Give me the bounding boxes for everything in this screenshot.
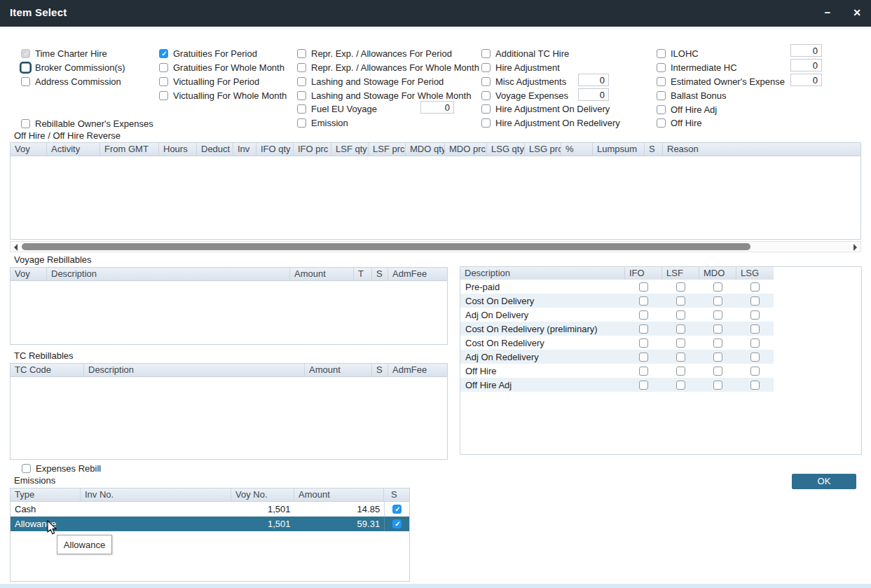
cost-on-redelivery-lsf-checkbox[interactable] <box>676 339 685 348</box>
voyage-expenses-input[interactable] <box>578 88 609 101</box>
misc-adjustments-input[interactable] <box>578 74 609 86</box>
off-hire-adj-checkbox[interactable] <box>657 105 666 114</box>
off-hire-mdo-checkbox[interactable] <box>713 367 722 376</box>
intermediate-hc-input[interactable] <box>790 59 822 71</box>
cost-on-redelivery-ifo-checkbox[interactable] <box>639 339 648 348</box>
adj-on-delivery-lsg-checkbox[interactable] <box>750 310 760 320</box>
adj-on-delivery-mdo-checkbox[interactable] <box>713 310 722 320</box>
ballast-bonus-checkbox[interactable] <box>657 91 666 100</box>
off-hire-lsg-checkbox[interactable] <box>750 367 760 376</box>
minimize-icon[interactable]: − <box>816 0 839 27</box>
rebillable-owners-expenses-checkbox[interactable] <box>21 119 30 128</box>
expenses-rebill-checkbox[interactable] <box>22 464 31 473</box>
bg-col-description: Description <box>460 267 625 280</box>
pre-paid-lsg-checkbox[interactable] <box>750 282 760 292</box>
gratuities-for-period-checkbox[interactable] <box>159 49 168 58</box>
repr-exp-period-checkbox[interactable] <box>297 49 306 58</box>
adj-on-delivery-ifo-checkbox[interactable] <box>639 310 648 320</box>
gratuities-for-whole-month-label: Gratuities For Whole Month <box>173 62 284 73</box>
bg-col-lsg: LSG <box>736 267 774 280</box>
col-lsf-prc: LSF prc <box>369 143 406 156</box>
pre-paid-lsf-checkbox[interactable] <box>676 282 685 292</box>
cost-on-redelivery-mdo-checkbox[interactable] <box>713 339 722 348</box>
estimated-owners-expense-input[interactable] <box>790 74 822 86</box>
adj-on-redelivery-mdo-checkbox[interactable] <box>713 353 722 362</box>
cost-on-redelivery-lsg-checkbox[interactable] <box>750 339 760 348</box>
pre-paid-mdo-checkbox[interactable] <box>713 282 722 292</box>
horizontal-scrollbar[interactable] <box>10 241 861 252</box>
cost-on-delivery-ifo-checkbox[interactable] <box>639 296 648 306</box>
fuel-eu-voyage-checkbox[interactable] <box>297 104 306 114</box>
tc-rebillables-table: TC Code Description Amount S AdmFee <box>10 363 448 460</box>
off-hire-label: Off Hire <box>671 118 702 128</box>
off-hire-adj-lsf-checkbox[interactable] <box>676 381 685 390</box>
cost-on-redelivery-prelim-mdo-checkbox[interactable] <box>713 324 722 334</box>
emission-type: Cash <box>11 504 81 514</box>
voy-no-value: 1,501 <box>231 504 294 514</box>
em-col-inv-no: Inv No. <box>81 488 231 501</box>
cost-on-delivery-lsg-checkbox[interactable] <box>750 296 760 306</box>
gratuities-for-whole-month-checkbox[interactable] <box>159 63 168 72</box>
hire-adjustment-on-delivery-checkbox[interactable] <box>481 104 491 114</box>
intermediate-hc-checkbox[interactable] <box>657 63 666 72</box>
bunker-row-cost-on-redelivery: Cost On Redelivery <box>460 336 774 350</box>
rebillable-owners-expenses-label: Rebillable Owner's Expenses <box>35 118 153 129</box>
col-percent: % <box>561 143 593 156</box>
col-voy: Voy <box>11 143 47 156</box>
time-charter-hire-label: Time Charter Hire <box>35 48 107 59</box>
cost-on-delivery-lsf-checkbox[interactable] <box>676 296 685 306</box>
page-background-strip <box>0 584 871 588</box>
scroll-right-icon[interactable] <box>853 244 857 251</box>
lashing-period-checkbox[interactable] <box>297 77 306 86</box>
amount-value: 59.31 <box>294 519 385 529</box>
adj-on-redelivery-lsg-checkbox[interactable] <box>750 353 760 362</box>
estimated-owners-expense-checkbox[interactable] <box>657 77 666 86</box>
allowance-selected-checkbox[interactable] <box>392 519 402 528</box>
misc-adjustments-checkbox[interactable] <box>481 77 491 86</box>
adj-on-delivery-lsf-checkbox[interactable] <box>676 310 685 320</box>
victualling-for-period-checkbox[interactable] <box>159 77 168 86</box>
ilohc-input[interactable] <box>790 44 822 57</box>
scrollbar-thumb[interactable] <box>22 243 750 250</box>
emission-checkbox[interactable] <box>297 118 306 128</box>
hire-adjustment-on-redelivery-checkbox[interactable] <box>481 118 491 128</box>
broker-commissions-checkbox[interactable] <box>21 63 30 72</box>
adj-on-redelivery-ifo-checkbox[interactable] <box>639 353 648 362</box>
off-hire-adj-lsg-checkbox[interactable] <box>750 381 760 390</box>
emissions-row-allowance[interactable]: Allowance 1,501 59.31 <box>11 517 409 531</box>
emissions-row-cash[interactable]: Cash 1,501 14.85 <box>11 502 409 517</box>
hire-adjustment-checkbox[interactable] <box>481 63 491 72</box>
pre-paid-ifo-checkbox[interactable] <box>639 282 648 292</box>
voyage-expenses-label: Voyage Expenses <box>495 90 568 101</box>
checkbox-row-victualling-for-period: Victualling For Period <box>159 76 259 87</box>
cost-on-redelivery-prelim-ifo-checkbox[interactable] <box>639 324 648 334</box>
off-hire-adj-ifo-checkbox[interactable] <box>639 381 648 390</box>
off-hire-ifo-checkbox[interactable] <box>639 367 648 376</box>
scroll-left-icon[interactable] <box>14 244 18 251</box>
close-icon[interactable]: ✕ <box>846 0 868 27</box>
col-lsg-prc: LSG prc <box>525 143 561 156</box>
off-hire-lsf-checkbox[interactable] <box>676 367 685 376</box>
checkbox-row-expenses-rebill: Expenses Rebill <box>22 463 101 474</box>
cash-selected-checkbox[interactable] <box>392 505 402 514</box>
ilohc-checkbox[interactable] <box>657 49 666 58</box>
cost-on-redelivery-prelim-lsf-checkbox[interactable] <box>676 324 685 334</box>
lashing-whole-month-checkbox[interactable] <box>297 91 306 100</box>
address-commission-checkbox[interactable] <box>21 77 30 86</box>
checkbox-row-gratuities-for-period: Gratuities For Period <box>159 48 257 59</box>
bg-col-mdo: MDO <box>699 267 736 280</box>
bunker-row-adj-on-redelivery: Adj On Redelivery <box>460 350 774 364</box>
fuel-eu-voyage-input[interactable] <box>420 101 454 114</box>
cost-on-delivery-mdo-checkbox[interactable] <box>713 296 722 306</box>
adj-on-redelivery-lsf-checkbox[interactable] <box>676 353 685 362</box>
additional-tc-hire-checkbox[interactable] <box>481 49 491 58</box>
voyage-expenses-checkbox[interactable] <box>481 91 491 100</box>
off-hire-adj-mdo-checkbox[interactable] <box>713 381 722 390</box>
repr-exp-whole-month-checkbox[interactable] <box>297 63 306 72</box>
bunker-row-off-hire: Off Hire <box>460 364 774 378</box>
voyage-rebillables-label: Voyage Rebillables <box>14 254 92 265</box>
off-hire-checkbox[interactable] <box>657 118 666 128</box>
cost-on-redelivery-prelim-lsg-checkbox[interactable] <box>750 324 760 334</box>
victualling-for-whole-month-checkbox[interactable] <box>159 91 168 100</box>
ok-button[interactable]: OK <box>792 474 856 489</box>
